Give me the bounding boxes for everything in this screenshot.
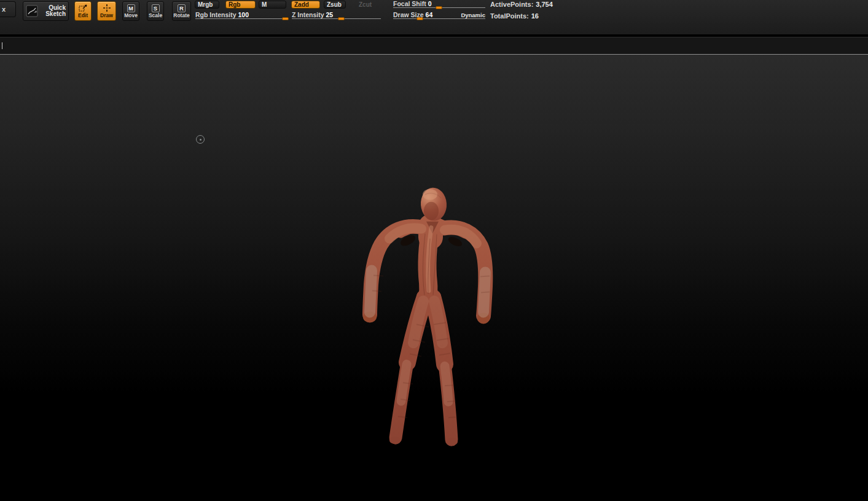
rgb-label: Rgb [229, 1, 240, 8]
rotate-button[interactable]: R Rotate [172, 1, 191, 21]
mrgb-button[interactable]: Mrgb [195, 1, 219, 9]
zcut-label: Zcut [359, 1, 372, 8]
move-button[interactable]: M Move [122, 1, 139, 21]
rgb-intensity-value: 100 [238, 11, 249, 18]
draw-label: Draw [100, 13, 113, 18]
mrgb-label: Mrgb [198, 1, 213, 8]
zbrush-app: x Quick Sketch Edit Draw M Move S [0, 0, 868, 501]
scale-icon: S [152, 4, 160, 12]
edit-gizmo-icon [79, 4, 88, 12]
rgb-intensity-label: Rgb Intensity [195, 11, 237, 18]
rgb-intensity-slider[interactable]: Rgb Intensity100 [195, 11, 289, 19]
draw-size-handle[interactable] [416, 17, 423, 20]
active-points-value: 3,754 [536, 1, 553, 8]
m-button[interactable]: M [259, 1, 286, 9]
draw-crosshair-icon [103, 4, 111, 12]
z-intensity-label: Z Intensity [292, 11, 324, 18]
zadd-button[interactable]: Zadd [291, 1, 320, 9]
edit-button[interactable]: Edit [74, 1, 92, 21]
active-points-stat: ActivePoints:3,754 [490, 1, 553, 8]
active-points-label: ActivePoints: [490, 1, 533, 8]
draw-button[interactable]: Draw [97, 1, 116, 21]
viewport-canvas[interactable] [0, 54, 868, 501]
move-icon: M [127, 4, 135, 12]
scale-label: Scale [149, 13, 162, 18]
focal-shift-handle[interactable] [436, 6, 442, 9]
rgb-intensity-track [195, 18, 289, 19]
rgb-button[interactable]: Rgb [225, 1, 256, 9]
secondary-bar [0, 37, 868, 54]
rotate-label: Rotate [173, 13, 189, 18]
top-shelf: x Quick Sketch Edit Draw M Move S [0, 0, 868, 34]
draw-size-slider[interactable]: Draw Size64 Dynamic [393, 11, 485, 19]
partial-toolbar-button[interactable]: x [0, 1, 16, 17]
focal-shift-label: Focal Shift [393, 0, 426, 7]
draw-size-track [393, 18, 485, 19]
draw-size-value: 64 [426, 11, 433, 18]
z-intensity-handle[interactable] [338, 17, 345, 20]
z-intensity-value: 25 [326, 11, 334, 18]
z-intensity-slider[interactable]: Z Intensity25 [292, 11, 381, 19]
m-label: M [262, 1, 267, 8]
quick-sketch-icon [26, 5, 38, 17]
z-intensity-track [292, 18, 381, 19]
partial-toolbar-button-label: x [2, 6, 6, 13]
total-points-label: TotalPoints: [490, 12, 529, 20]
focal-shift-value: 0 [428, 0, 432, 7]
zadd-label: Zadd [294, 1, 309, 8]
brush-cursor-indicator [196, 135, 205, 144]
focal-shift-slider[interactable]: Focal Shift0 [393, 0, 485, 8]
move-label: Move [124, 13, 138, 18]
sculpt-model-figure [0, 55, 868, 501]
dynamic-toggle[interactable]: Dynamic [461, 12, 485, 18]
left-tick-mark [2, 42, 2, 49]
rgb-intensity-handle[interactable] [282, 17, 289, 20]
total-points-stat: TotalPoints:16 [490, 12, 539, 20]
edit-label: Edit [78, 13, 88, 18]
zsub-label: Zsub [327, 1, 342, 8]
quick-sketch-label: Quick Sketch [41, 5, 66, 17]
scale-button[interactable]: S Scale [147, 1, 164, 21]
zcut-button: Zcut [356, 1, 377, 9]
total-points-value: 16 [531, 12, 539, 20]
quick-sketch-button[interactable]: Quick Sketch [23, 1, 69, 21]
rotate-icon: R [178, 4, 186, 12]
zsub-button[interactable]: Zsub [324, 1, 346, 9]
